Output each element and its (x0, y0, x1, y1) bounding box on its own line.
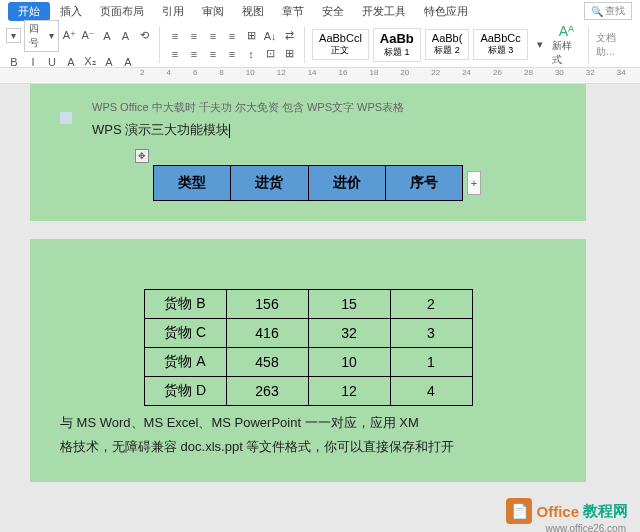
data-cell[interactable]: 12 (308, 377, 390, 406)
fontsize-select[interactable]: 四号 ▾ (24, 20, 59, 52)
data-cell[interactable]: 货物 A (144, 348, 226, 377)
tab-chapter[interactable]: 章节 (274, 2, 312, 21)
style-h3[interactable]: AaBbCc标题 3 (473, 29, 527, 60)
footer-text[interactable]: 与 MS Word、MS Excel、MS PowerPoint 一一对应，应用… (60, 414, 556, 432)
footer-text[interactable]: 格技术，无障碍兼容 doc.xls.ppt 等文件格式，你可以直接保存和打开 (60, 438, 556, 456)
tab-layout[interactable]: 页面布局 (92, 2, 152, 21)
search-input[interactable]: 🔍查找 (584, 2, 632, 20)
doc-title[interactable]: WPS 演示三大功能模块 (92, 121, 556, 139)
toolbar-separator (159, 27, 160, 63)
data-cell[interactable]: 156 (226, 290, 308, 319)
styles-more-icon[interactable]: ▾ (532, 37, 548, 53)
indent-dec-icon[interactable]: ≡ (205, 28, 221, 44)
table-icon[interactable]: ⊞ (243, 28, 259, 44)
align-justify-icon[interactable]: ≡ (224, 46, 240, 62)
tab-review[interactable]: 审阅 (194, 2, 232, 21)
add-column-button[interactable]: + (467, 171, 481, 195)
data-cell[interactable]: 15 (308, 290, 390, 319)
tab-insert[interactable]: 插入 (52, 2, 90, 21)
align-right-icon[interactable]: ≡ (205, 46, 221, 62)
data-cell[interactable]: 458 (226, 348, 308, 377)
tab-view[interactable]: 视图 (234, 2, 272, 21)
style-h1[interactable]: AaBb标题 1 (373, 28, 421, 62)
page: WPS Office 中大载时 千夫功 尔大免资 包含 WPS文字 WPS表格 … (30, 84, 586, 221)
new-style-button[interactable]: Aᴬ新样式 (552, 23, 582, 67)
indent-inc-icon[interactable]: ≡ (224, 28, 240, 44)
hdr-cell[interactable]: 序号 (385, 166, 462, 201)
paragraph-icon[interactable] (60, 112, 72, 124)
table-move-handle[interactable]: ✥ (135, 149, 149, 163)
new-style-icon: Aᴬ (559, 23, 574, 39)
font-select[interactable]: ▾ (6, 28, 21, 43)
text-dir-icon[interactable]: ⇄ (281, 28, 297, 44)
office-logo-icon: 📄 (506, 498, 532, 524)
data-cell[interactable]: 416 (226, 319, 308, 348)
inc-font-icon[interactable]: A⁺ (62, 28, 78, 44)
tab-ref[interactable]: 引用 (154, 2, 192, 21)
toolbar-separator (588, 27, 589, 63)
data-cell[interactable]: 2 (390, 290, 472, 319)
data-table[interactable]: 货物 B156152货物 C416323货物 A458101货物 D263124 (144, 289, 473, 406)
line-spacing-icon[interactable]: ↕ (243, 46, 259, 62)
data-cell[interactable]: 263 (226, 377, 308, 406)
ruler[interactable]: 246810121416182022242628303234 (0, 68, 640, 84)
case-icon[interactable]: A (99, 28, 115, 44)
toolbar-separator (304, 27, 305, 63)
data-cell[interactable]: 货物 D (144, 377, 226, 406)
document-area[interactable]: WPS Office 中大载时 千夫功 尔大免资 包含 WPS文字 WPS表格 … (0, 84, 640, 532)
data-cell[interactable]: 1 (390, 348, 472, 377)
watermark-url: www.office26.com (546, 523, 626, 532)
align-left-icon[interactable]: ≡ (167, 46, 183, 62)
doc-assist-button[interactable]: 文档助... (596, 31, 634, 59)
data-cell[interactable]: 货物 C (144, 319, 226, 348)
numbering-icon[interactable]: ≡ (186, 28, 202, 44)
truncated-text: WPS Office 中大载时 千夫功 尔大免资 包含 WPS文字 WPS表格 (92, 100, 556, 115)
align-center-icon[interactable]: ≡ (186, 46, 202, 62)
data-cell[interactable]: 3 (390, 319, 472, 348)
tab-security[interactable]: 安全 (314, 2, 352, 21)
data-cell[interactable]: 4 (390, 377, 472, 406)
clear-format-icon[interactable]: A (118, 28, 134, 44)
tab-start[interactable]: 开始 (8, 2, 50, 21)
borders-icon[interactable]: ⊞ (281, 46, 297, 62)
shading-icon[interactable]: ⊡ (262, 46, 278, 62)
style-normal[interactable]: AaBbCcl正文 (312, 29, 369, 60)
dec-font-icon[interactable]: A⁻ (80, 28, 96, 44)
tab-special[interactable]: 特色应用 (416, 2, 476, 21)
hdr-cell[interactable]: 进货 (231, 166, 308, 201)
data-cell[interactable]: 10 (308, 348, 390, 377)
hdr-cell[interactable]: 进价 (308, 166, 385, 201)
page: 货物 B156152货物 C416323货物 A458101货物 D263124… (30, 239, 586, 482)
header-table[interactable]: 类型 进货 进价 序号 (153, 165, 463, 201)
bullets-icon[interactable]: ≡ (167, 28, 183, 44)
undo-icon[interactable]: ⟲ (136, 28, 152, 44)
search-icon: 🔍 (591, 6, 603, 17)
data-cell[interactable]: 货物 B (144, 290, 226, 319)
watermark: 📄 Office教程网 (506, 498, 628, 524)
sort-icon[interactable]: A↓ (262, 28, 278, 44)
hdr-cell[interactable]: 类型 (154, 166, 231, 201)
style-h2[interactable]: AaBb(标题 2 (425, 29, 470, 60)
data-cell[interactable]: 32 (308, 319, 390, 348)
tab-dev[interactable]: 开发工具 (354, 2, 414, 21)
toolbar: ▾ 四号 ▾ A⁺ A⁻ A A ⟲ B I U A X₂ A A ≡ ≡ ≡ … (0, 22, 640, 68)
